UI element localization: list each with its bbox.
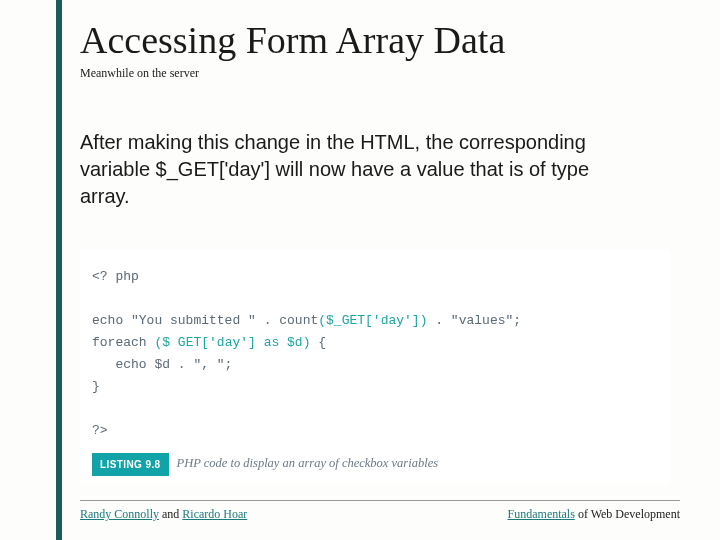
code-line: <? php [92,266,658,288]
footer-left: Randy Connolly and Ricardo Hoar [80,507,247,522]
footer-rule [80,500,680,501]
footer-text: of Web Development [575,507,680,521]
code-line: echo "You submitted " . count($_GET['day… [92,310,658,332]
body-paragraph: After making this change in the HTML, th… [80,129,640,210]
author-name: Randy Connolly [80,507,159,521]
code-line [92,398,658,420]
code-line [92,288,658,310]
accent-bar [56,0,62,540]
code-line: foreach ($ GET['day'] as $d) { [92,332,658,354]
author-name: Ricardo Hoar [182,507,247,521]
code-listing: <? php echo "You submitted " . count($_G… [80,250,670,484]
code-line: echo $d . ", "; [92,354,658,376]
slide-footer: Randy Connolly and Ricardo Hoar Fundamen… [80,500,680,522]
listing-badge: LISTING 9.8 [92,453,169,476]
slide-subtitle: Meanwhile on the server [80,66,680,81]
footer-right: Fundamentals of Web Development [508,507,680,522]
book-title-part: Fundamentals [508,507,575,521]
footer-text: and [159,507,182,521]
slide-title: Accessing Form Array Data [80,20,680,62]
listing-row: LISTING 9.8 PHP code to display an array… [92,453,658,476]
code-line: ?> [92,420,658,442]
footer-row: Randy Connolly and Ricardo Hoar Fundamen… [80,507,680,522]
slide-content: Accessing Form Array Data Meanwhile on t… [80,20,680,484]
listing-caption: PHP code to display an array of checkbox… [177,453,439,474]
code-line: } [92,376,658,398]
